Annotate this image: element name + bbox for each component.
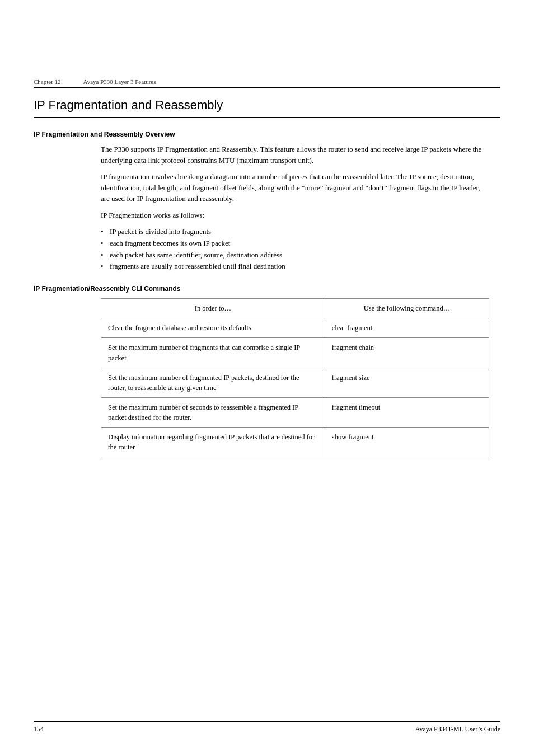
overview-content: The P330 supports IP Fragmentation and R… [101,144,489,273]
row5-description: Display information regarding fragmented… [101,428,325,457]
table-row: Set the maximum number of fragments that… [101,338,489,368]
page-footer: 154 Avaya P334T-ML User’s Guide [34,721,500,734]
bullet-item-1: IP packet is divided into fragments [101,226,489,238]
row4-command: fragment timeout [325,397,489,427]
row2-description: Set the maximum number of fragments that… [101,338,325,368]
bullet-list: IP packet is divided into fragments each… [101,226,489,273]
cli-commands-heading: IP Fragmentation/Reassembly CLI Commands [34,285,500,293]
overview-heading: IP Fragmentation and Reassembly Overview [34,130,500,138]
bullet-item-3: each packet has same identifier, source,… [101,250,489,261]
bullet-item-2: each fragment becomes its own IP packet [101,238,489,250]
table-row: Clear the fragment database and restore … [101,318,489,338]
page-header: Chapter 12 Avaya P330 Layer 3 Features [34,0,500,88]
table-row: Set the maximum number of seconds to rea… [101,397,489,427]
table-container: In order to… Use the following command… … [101,298,489,457]
chapter-title: Avaya P330 Layer 3 Features [83,78,156,85]
chapter-label: Chapter 12 [34,78,61,85]
table-row: Set the maximum number of fragmented IP … [101,368,489,397]
page-title: IP Fragmentation and Reassembly [34,98,500,118]
overview-para-3: IP Fragmentation works as follows: [101,210,489,221]
footer-page-number: 154 [34,725,44,734]
cli-table: In order to… Use the following command… … [101,298,489,457]
row3-command: fragment size [325,368,489,397]
row2-command: fragment chain [325,338,489,368]
content-area: IP Fragmentation and Reassembly IP Fragm… [34,88,500,457]
overview-para-2: IP fragmentation involves breaking a dat… [101,171,489,204]
overview-para-1: The P330 supports IP Fragmentation and R… [101,144,489,166]
page: Chapter 12 Avaya P330 Layer 3 Features I… [0,0,534,756]
col1-header: In order to… [101,299,325,318]
table-header-row: In order to… Use the following command… [101,299,489,318]
cli-commands-section: IP Fragmentation/Reassembly CLI Commands… [34,285,500,457]
col2-header: Use the following command… [325,299,489,318]
row1-command: clear fragment [325,318,489,338]
footer-guide-name: Avaya P334T-ML User’s Guide [415,725,500,734]
row5-command: show fragment [325,428,489,457]
row1-description: Clear the fragment database and restore … [101,318,325,338]
bullet-item-4: fragments are usually not reassembled un… [101,261,489,273]
table-row: Display information regarding fragmented… [101,428,489,457]
row3-description: Set the maximum number of fragmented IP … [101,368,325,397]
row4-description: Set the maximum number of seconds to rea… [101,397,325,427]
